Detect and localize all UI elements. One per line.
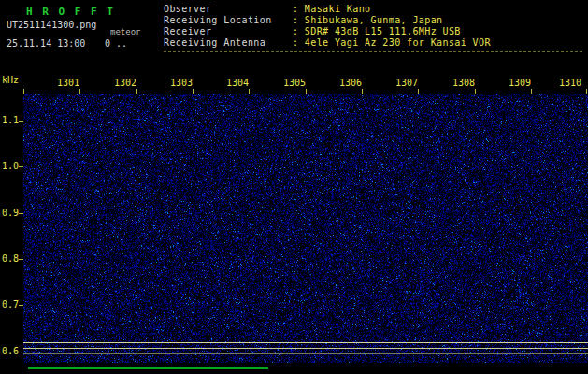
x-tick-label: 1308 xyxy=(450,78,478,88)
spectrogram-canvas xyxy=(23,94,588,363)
header-separator-line xyxy=(164,51,582,52)
output-filename: UT2511141300.png xyxy=(7,20,96,30)
carrier-line-0 xyxy=(23,342,588,343)
info-row-receiver: Receiver: SDR# 43dB L15 111.6MHz USB xyxy=(164,26,491,37)
info-label-receiver: Receiver xyxy=(164,26,293,37)
info-label-observer: Observer xyxy=(164,4,293,15)
x-tick-label: 1305 xyxy=(280,78,308,88)
y-tick-label: 1.0 xyxy=(2,161,19,171)
datetime-label: 25.11.14 13:00 xyxy=(7,38,85,49)
info-value-receiver: : SDR# 43dB L15 111.6MHz USB xyxy=(293,26,461,36)
x-tick-label: 1307 xyxy=(393,78,421,88)
y-tick-label: 1.1 xyxy=(2,115,19,125)
info-value-observer: : Masaki Kano xyxy=(293,4,370,14)
x-tick-label: 1306 xyxy=(337,78,365,88)
y-tick-label: 0.6 xyxy=(2,346,19,356)
carrier-line-1 xyxy=(23,348,588,349)
x-tick-label: 1302 xyxy=(111,78,139,88)
info-row-antenna: Receiving Antenna: 4ele Yagi Az 230 for … xyxy=(164,37,491,49)
info-label-antenna: Receiving Antenna xyxy=(164,37,293,49)
hrofft-output-image: { "header": { "app_title": "H R O F F T"… xyxy=(0,0,588,374)
carrier-line-2 xyxy=(23,353,588,354)
x-tick-label: 1303 xyxy=(167,78,195,88)
info-row-location: Receiving Location: Shibukawa, Gunma, Ja… xyxy=(164,15,491,26)
y-axis-unit-label: kHz xyxy=(2,75,19,85)
x-tick-label: 1309 xyxy=(506,78,534,88)
info-label-location: Receiving Location xyxy=(164,15,293,26)
y-tick-label: 0.8 xyxy=(2,253,19,264)
x-tick-label: 1310 xyxy=(556,78,584,88)
mode-label: meteor xyxy=(110,27,141,36)
progress-bar xyxy=(28,367,268,369)
station-info: Observer: Masaki Kano Receiving Location… xyxy=(164,4,491,49)
info-value-location: : Shibukawa, Gunma, Japan xyxy=(293,15,443,25)
info-value-antenna: : 4ele Yagi Az 230 for Kansai VOR xyxy=(293,37,491,48)
app-title: H R O F F T xyxy=(26,6,115,18)
x-tick-label: 1301 xyxy=(54,78,82,88)
info-row-observer: Observer: Masaki Kano xyxy=(164,4,491,15)
x-tick-label: 1304 xyxy=(223,78,251,88)
y-tick-label: 0.9 xyxy=(2,208,19,218)
y-tick-label: 0.7 xyxy=(2,299,19,309)
echo-counter: 0 .. xyxy=(105,38,127,49)
